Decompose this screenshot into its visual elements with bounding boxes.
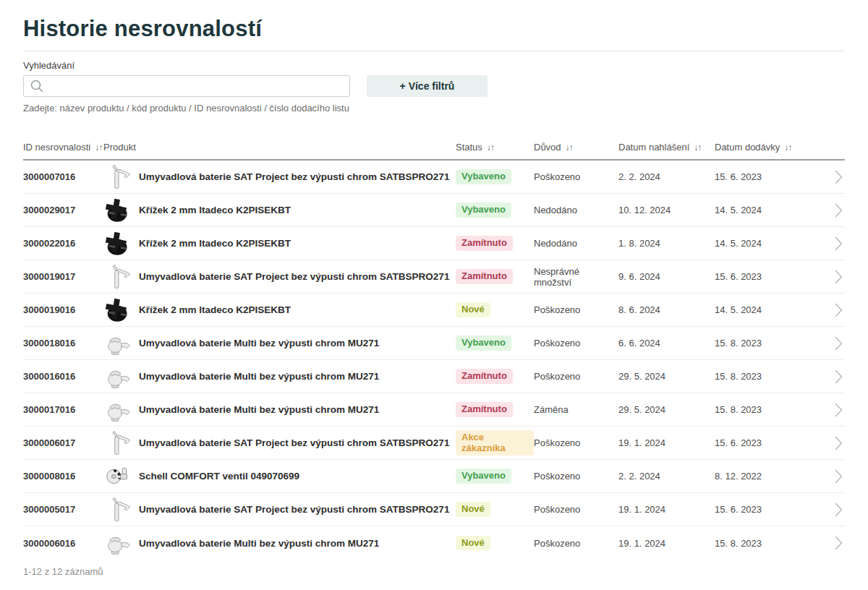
- table-body: 3000007016 Umyvadlová baterie SAT Projec…: [23, 161, 845, 560]
- sort-icon[interactable]: ↓↑: [694, 143, 701, 152]
- status-badge: Nové: [456, 536, 490, 551]
- status-badge: Zamítnuto: [456, 402, 513, 417]
- product-name: Umyvadlová baterie Multi bez výpusti chr…: [139, 371, 379, 382]
- row-detail-button[interactable]: [834, 269, 845, 285]
- reason: Nedodáno: [534, 205, 618, 215]
- table-row[interactable]: 3000017016 Umyvadlová baterie Multi bez …: [23, 393, 845, 427]
- chevron-right-icon: [834, 335, 843, 351]
- status-badge: Zamítnuto: [456, 236, 513, 251]
- product-name: Umyvadlová baterie SAT Project bez výpus…: [139, 504, 449, 515]
- product-image: [103, 495, 134, 524]
- row-detail-button[interactable]: [834, 469, 845, 484]
- product-cell: Schell COMFORT ventil 049070699: [103, 462, 456, 491]
- row-detail-button[interactable]: [834, 535, 845, 551]
- chevron-right-icon: [834, 236, 843, 252]
- row-detail-button[interactable]: [834, 302, 845, 318]
- table-row[interactable]: 3000029017 Křížek 2 mm Itadeco K2PISEKBT…: [23, 194, 845, 227]
- date-reported: 2. 2. 2024: [618, 471, 715, 482]
- discrepancy-id: 3000019016: [23, 304, 103, 315]
- chevron-right-icon: [834, 202, 843, 218]
- column-label: Datum nahlášení: [618, 142, 689, 153]
- status-cell: Vybaveno: [456, 202, 534, 218]
- product-cell: Křížek 2 mm Itadeco K2PISEKBT: [103, 229, 456, 258]
- discrepancy-id: 3000008016: [23, 471, 103, 482]
- status-cell: Zamítnuto: [456, 369, 534, 384]
- table-row[interactable]: 3000022016 Křížek 2 mm Itadeco K2PISEKBT…: [23, 227, 845, 260]
- product-name: Umyvadlová baterie Multi bez výpusti chr…: [139, 338, 379, 349]
- status-cell: Vybaveno: [456, 169, 534, 184]
- product-name: Schell COMFORT ventil 049070699: [139, 471, 299, 482]
- column-label: Produkt: [103, 142, 136, 153]
- discrepancy-id: 3000006016: [23, 538, 103, 549]
- product-cell: Křížek 2 mm Itadeco K2PISEKBT: [103, 296, 456, 325]
- status-cell: Vybaveno: [456, 469, 534, 484]
- product-image: [103, 362, 134, 391]
- status-badge: Zamítnuto: [456, 269, 513, 284]
- status-cell: Nové: [456, 302, 534, 317]
- reason: Poškozeno: [534, 437, 618, 448]
- product-cell: Umyvadlová baterie Multi bez výpusti chr…: [103, 529, 456, 557]
- sort-icon[interactable]: ↓↑: [566, 143, 573, 152]
- discrepancy-history-page: Historie nesrovnalostí Vyhledávání + Víc…: [0, 15, 868, 577]
- column-label: Datum dodávky: [715, 142, 780, 153]
- search-hint: Zadejte: název produktu / kód produktu /…: [23, 103, 845, 114]
- table-row[interactable]: 3000006017 Umyvadlová baterie SAT Projec…: [23, 427, 845, 460]
- sort-icon[interactable]: ↓↑: [784, 143, 791, 152]
- record-count: 1-12 z 12 záznamů: [23, 566, 845, 577]
- chevron-right-icon: [834, 169, 843, 185]
- product-name: Umyvadlová baterie Multi bez výpusti chr…: [139, 538, 379, 549]
- column-header-product: Produkt: [103, 142, 456, 153]
- product-name: Umyvadlová baterie SAT Project bez výpus…: [139, 271, 449, 282]
- date-reported: 19. 1. 2024: [618, 504, 715, 515]
- product-cell: Křížek 2 mm Itadeco K2PISEKBT: [103, 196, 456, 225]
- row-detail-button[interactable]: [834, 169, 845, 185]
- product-name: Křížek 2 mm Itadeco K2PISEKBT: [139, 304, 291, 315]
- reason: Poškozeno: [534, 538, 618, 549]
- date-reported: 10. 12. 2024: [618, 205, 715, 215]
- product-cell: Umyvadlová baterie SAT Project bez výpus…: [103, 262, 456, 291]
- table-row[interactable]: 3000005017 Umyvadlová baterie SAT Projec…: [23, 493, 845, 526]
- search-input[interactable]: [23, 75, 350, 97]
- status-cell: Vybaveno: [456, 335, 534, 351]
- date-reported: 6. 6. 2024: [618, 338, 715, 349]
- table-row[interactable]: 3000019016 Křížek 2 mm Itadeco K2PISEKBT…: [23, 294, 845, 327]
- table-row[interactable]: 3000019017 Umyvadlová baterie SAT Projec…: [23, 260, 845, 294]
- date-reported: 8. 6. 2024: [618, 304, 715, 315]
- more-filters-button[interactable]: + Více filtrů: [367, 75, 488, 97]
- sort-icon[interactable]: ↓↑: [95, 143, 102, 152]
- search-box: [23, 75, 350, 97]
- reason: Záměna: [534, 404, 618, 415]
- table-row[interactable]: 3000018016 Umyvadlová baterie Multi bez …: [23, 327, 845, 360]
- date-delivery: 15. 8. 2023: [715, 371, 801, 382]
- date-delivery: 15. 6. 2023: [715, 437, 801, 448]
- discrepancy-id: 3000029017: [23, 205, 103, 215]
- product-image: [103, 529, 134, 557]
- reason: Nedodáno: [534, 238, 618, 249]
- table-row[interactable]: 3000006016 Umyvadlová baterie Multi bez …: [23, 526, 845, 560]
- row-detail-button[interactable]: [834, 502, 845, 518]
- table-row[interactable]: 3000016016 Umyvadlová baterie Multi bez …: [23, 360, 845, 393]
- row-detail-button[interactable]: [834, 402, 845, 418]
- sort-icon[interactable]: ↓↑: [487, 143, 494, 152]
- column-header-status: Status ↓↑: [456, 142, 534, 153]
- reason: Poškozeno: [534, 504, 618, 515]
- product-cell: Umyvadlová baterie SAT Project bez výpus…: [103, 495, 456, 524]
- table-row[interactable]: 3000008016 Schell COMFORT ventil 0490706…: [23, 460, 845, 493]
- column-label: ID nesrovnalosti: [23, 142, 90, 153]
- table-row[interactable]: 3000007016 Umyvadlová baterie SAT Projec…: [23, 161, 845, 194]
- row-detail-button[interactable]: [834, 335, 845, 351]
- row-detail-button[interactable]: [834, 369, 845, 385]
- date-reported: 9. 6. 2024: [618, 271, 715, 282]
- product-image: [103, 462, 134, 491]
- date-delivery: 8. 12. 2022: [715, 471, 801, 482]
- column-header-reason: Důvod ↓↑: [534, 142, 618, 153]
- row-detail-button[interactable]: [834, 435, 845, 451]
- chevron-right-icon: [834, 435, 843, 451]
- column-header-id: ID nesrovnalosti ↓↑: [23, 142, 103, 153]
- column-label: Status: [456, 142, 482, 153]
- reason: Nesprávné množství: [534, 266, 618, 288]
- row-detail-button[interactable]: [834, 202, 845, 218]
- discrepancy-id: 3000019017: [23, 271, 103, 282]
- product-image: [103, 329, 134, 358]
- row-detail-button[interactable]: [834, 236, 845, 252]
